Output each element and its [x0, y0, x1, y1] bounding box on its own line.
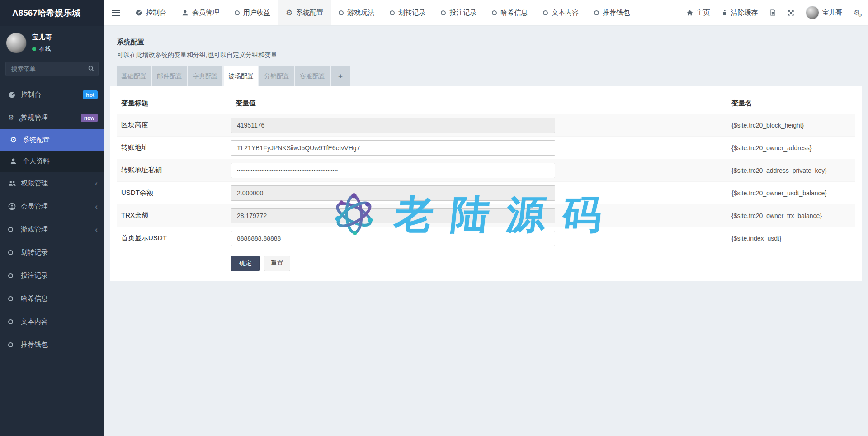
- row-title: 转账地址私钥: [117, 159, 231, 182]
- sidebar-item-label: 划转记录: [21, 248, 98, 257]
- row-title: USDT余额: [117, 182, 231, 204]
- home-link[interactable]: 主页: [686, 9, 710, 17]
- table-row: 首页显示USDT {$site.index_usdt}: [117, 227, 855, 250]
- trash-icon: [722, 9, 728, 16]
- row-title: TRX余额: [117, 204, 231, 227]
- tab-recommend-wallet[interactable]: 推荐钱包: [586, 0, 637, 25]
- row-title: 转账地址: [117, 137, 231, 159]
- fullscreen-button[interactable]: [788, 9, 794, 16]
- menu-toggle-icon[interactable]: [104, 0, 127, 26]
- row-varname: {$site.trc20_address_private_key}: [727, 159, 855, 182]
- user-menu[interactable]: 宝儿哥: [806, 6, 843, 19]
- sidebar-item-label: 哈希信息: [21, 294, 98, 303]
- sidebar-item-general-management[interactable]: ⚙⚙ 常规管理 new: [0, 106, 104, 129]
- table-row: USDT余额 {$site.trc20_owner_usdt_balance}: [117, 182, 855, 204]
- clear-cache-button[interactable]: 清除缓存: [722, 9, 758, 17]
- language-file-icon: [769, 9, 776, 16]
- sidebar-item-label: 权限管理: [21, 179, 95, 188]
- sidebar-item-label: 会员管理: [21, 202, 95, 211]
- content-area: 系统配置 可以在此增改系统的变量和分组,也可以自定义分组和变量 基础配置 邮件配…: [104, 26, 868, 436]
- sidebar-menu: 控制台 hot ⚙⚙ 常规管理 new ⚙ 系统配置 个人资料 权: [0, 83, 104, 436]
- user-status: 在线: [32, 45, 52, 53]
- confirm-button[interactable]: 确定: [231, 256, 260, 271]
- row-title: 首页显示USDT: [117, 227, 231, 250]
- language-button[interactable]: [769, 9, 776, 16]
- sidebar-search: [5, 62, 99, 76]
- form-actions: 确定 重置: [231, 256, 855, 271]
- tab-tron-config[interactable]: 波场配置: [224, 66, 258, 86]
- table-row: 区块高度 {$site.trc20_block_height}: [117, 114, 855, 137]
- tab-customer-service-config[interactable]: 客服配置: [295, 66, 330, 86]
- block-height-input: [231, 118, 555, 133]
- gear-icon: ⚙: [286, 9, 292, 17]
- tab-game-play[interactable]: 游戏玩法: [331, 0, 382, 25]
- sidebar-item-recommend-wallet[interactable]: 推荐钱包: [0, 333, 104, 356]
- tab-label: 会员管理: [192, 9, 219, 17]
- sidebar-item-label: 个人资料: [23, 157, 98, 166]
- tab-user-income[interactable]: 用户收益: [227, 0, 278, 25]
- table-row: TRX余额 {$site.trc20_owner_trx_balance}: [117, 204, 855, 227]
- settings-button[interactable]: ⚙⚙: [854, 9, 860, 16]
- dashboard-icon: [8, 91, 21, 99]
- sidebar-item-text-content[interactable]: 文本内容: [0, 310, 104, 333]
- col-header-value: 变量值: [231, 93, 727, 114]
- sidebar-item-label: 推荐钱包: [21, 341, 98, 349]
- users-icon: [8, 180, 21, 187]
- table-header-row: 变量标题 变量值 变量名: [117, 93, 855, 114]
- tab-label: 游戏玩法: [347, 9, 374, 17]
- tab-distribution-config[interactable]: 分销配置: [259, 66, 294, 86]
- chevron-left-icon: ‹: [95, 226, 98, 233]
- add-tab-button[interactable]: +: [331, 66, 350, 86]
- panel-heading: 系统配置 可以在此增改系统的变量和分组,也可以自定义分组和变量: [110, 32, 862, 59]
- sidebar-item-games[interactable]: 游戏管理 ‹: [0, 218, 104, 241]
- sidebar-user-panel: 宝儿哥 在线: [0, 26, 104, 59]
- hot-badge: hot: [83, 90, 98, 99]
- circle-icon: [339, 10, 344, 15]
- tab-basic-config[interactable]: 基础配置: [117, 66, 151, 86]
- row-varname: {$site.trc20_owner_trx_balance}: [727, 204, 855, 227]
- sidebar-item-permissions[interactable]: 权限管理 ‹: [0, 172, 104, 195]
- row-varname: {$site.trc20_owner_address}: [727, 137, 855, 159]
- tab-hash-info[interactable]: 哈希信息: [484, 0, 535, 25]
- tab-dictionary-config[interactable]: 字典配置: [188, 66, 222, 86]
- tab-text-content[interactable]: 文本内容: [535, 0, 586, 25]
- tab-members[interactable]: 会员管理: [174, 0, 227, 25]
- circle-icon: [8, 319, 21, 324]
- search-input[interactable]: [5, 62, 99, 76]
- col-header-varname: 变量名: [727, 93, 855, 114]
- brand-logo: A8567哈希娱乐城: [0, 0, 104, 26]
- tab-transfer-records[interactable]: 划转记录: [382, 0, 433, 25]
- private-key-input[interactable]: [231, 163, 555, 178]
- online-status-dot: [32, 47, 36, 51]
- circle-icon: [8, 250, 21, 255]
- sidebar-item-bet-records[interactable]: 投注记录: [0, 264, 104, 287]
- topbar-right: 主页 清除缓存 宝儿哥: [686, 6, 868, 19]
- sidebar-item-system-config[interactable]: ⚙ 系统配置: [0, 129, 104, 151]
- reset-button[interactable]: 重置: [264, 256, 290, 271]
- trx-balance-input: [231, 208, 555, 223]
- index-usdt-input[interactable]: [231, 231, 555, 246]
- tab-system-config[interactable]: ⚙ 系统配置: [278, 0, 331, 25]
- circle-icon: [8, 296, 21, 301]
- top-nav: 控制台 会员管理 用户收益 ⚙ 系统配置 游戏玩法: [127, 0, 637, 25]
- sidebar-item-hash-info[interactable]: 哈希信息: [0, 287, 104, 310]
- transfer-address-input[interactable]: [231, 140, 555, 156]
- tab-mail-config[interactable]: 邮件配置: [152, 66, 187, 86]
- row-title: 区块高度: [117, 114, 231, 137]
- sidebar-item-label: 常规管理: [21, 114, 81, 122]
- tab-label: 划转记录: [398, 9, 425, 17]
- main-area: 控制台 会员管理 用户收益 ⚙ 系统配置 游戏玩法: [104, 0, 868, 436]
- tab-label: 哈希信息: [500, 9, 528, 17]
- sidebar-item-profile[interactable]: 个人资料: [0, 151, 104, 172]
- circle-icon: [492, 10, 497, 15]
- sidebar-item-dashboard[interactable]: 控制台 hot: [0, 83, 104, 106]
- sidebar-submenu: ⚙ 系统配置 个人资料: [0, 129, 104, 172]
- tab-dashboard[interactable]: 控制台: [127, 0, 174, 25]
- user-name: 宝儿哥: [32, 33, 52, 42]
- user-circle-icon: [8, 203, 21, 210]
- sidebar-item-members[interactable]: 会员管理 ‹: [0, 195, 104, 218]
- panel-body: 变量标题 变量值 变量名 区块高度 {$site.trc20_block_hei…: [110, 86, 862, 281]
- sidebar-item-transfer-records[interactable]: 划转记录: [0, 241, 104, 264]
- tab-bet-records[interactable]: 投注记录: [433, 0, 484, 25]
- topbar-username: 宝儿哥: [822, 9, 843, 17]
